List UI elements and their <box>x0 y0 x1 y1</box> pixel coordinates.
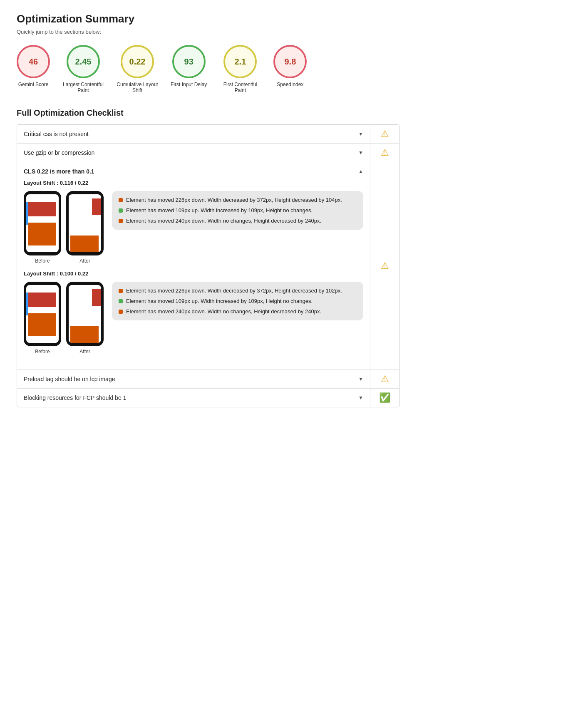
row-title-blocking: Blocking resources for FCP should be 1 <box>24 394 126 401</box>
metric-circle-speed-index: 9.8 <box>273 45 307 78</box>
metric-label-lcp: Largest Contentful Paint <box>62 82 104 93</box>
metric-label-gemini-score: Gemini Score <box>18 82 49 87</box>
page-subtitle: Quickly jump to the sections below: <box>17 29 399 35</box>
metric-label-cls: Cumulative Layout Shift <box>117 82 158 93</box>
toggle-icon-gzip[interactable]: ▼ <box>358 150 363 156</box>
toggle-icon-critical-css[interactable]: ▼ <box>358 131 363 137</box>
metric-item-lcp[interactable]: 2.45 Largest Contentful Paint <box>62 45 104 93</box>
before-label-1: Before <box>35 349 50 355</box>
checklist-row-critical-css: Critical css is not present▼⚠ <box>17 125 399 144</box>
before-label-0: Before <box>35 258 50 264</box>
warning-icon: ⚠ <box>381 147 389 158</box>
metric-label-fcp: First Contentful Paint <box>219 82 261 93</box>
metric-circle-lcp: 2.45 <box>67 45 100 78</box>
checklist-row-blocking: Blocking resources for FCP should be 1▼✅ <box>17 389 399 407</box>
metric-label-fid: First Input Delay <box>171 82 207 87</box>
row-title-critical-css: Critical css is not present <box>24 131 89 137</box>
status-icon-cls-row: ⚠ <box>370 162 399 369</box>
check-icon: ✅ <box>379 392 390 403</box>
metric-item-fid[interactable]: 93 First Input Delay <box>171 45 207 87</box>
shift-label-0: Layout Shift : 0.116 / 0.22 <box>24 180 363 186</box>
status-icon-gzip: ⚠ <box>370 144 399 162</box>
status-icon-preload: ⚠ <box>370 370 399 388</box>
row-title-cls-row: CLS 0.22 is more than 0.1 <box>24 168 94 175</box>
metric-circle-fcp: 2.1 <box>223 45 257 78</box>
checklist-row-gzip: Use gzip or br compression▼⚠ <box>17 144 399 162</box>
checklist-row-cls-row: CLS 0.22 is more than 0.1▲Layout Shift :… <box>17 162 399 370</box>
checklist-row-preload: Preload tag should be on lcp image▼⚠ <box>17 370 399 389</box>
page-title: Optimization Summary <box>17 12 399 25</box>
toggle-icon-cls-row[interactable]: ▲ <box>358 169 363 174</box>
metric-item-fcp[interactable]: 2.1 First Contentful Paint <box>219 45 261 93</box>
checklist: Critical css is not present▼⚠Use gzip or… <box>17 124 399 407</box>
metric-item-speed-index[interactable]: 9.8 SpeedIndex <box>273 45 307 87</box>
warning-icon: ⚠ <box>381 129 389 139</box>
after-label-0: After <box>79 258 90 264</box>
status-icon-blocking: ✅ <box>370 389 399 407</box>
checklist-title: Full Optimization Checklist <box>17 108 399 118</box>
shift-desc-item-1-1: Element has moved 109px up. Width increa… <box>119 298 357 304</box>
warning-icon: ⚠ <box>381 260 389 271</box>
shift-label-1: Layout Shift : 0.100 / 0.22 <box>24 270 363 277</box>
row-title-preload: Preload tag should be on lcp image <box>24 376 115 382</box>
metric-circle-gemini-score: 46 <box>17 45 50 78</box>
metric-circle-cls: 0.22 <box>121 45 154 78</box>
shift-desc-item-0-0: Element has moved 226px down. Width decr… <box>119 197 357 203</box>
status-icon-critical-css: ⚠ <box>370 125 399 143</box>
after-label-1: After <box>79 349 90 355</box>
row-title-gzip: Use gzip or br compression <box>24 149 94 156</box>
shift-desc-item-1-2: Element has moved 240px down. Width no c… <box>119 308 357 315</box>
warning-icon: ⚠ <box>381 374 389 384</box>
shift-desc-item-1-0: Element has moved 226px down. Width decr… <box>119 288 357 294</box>
shift-desc-item-0-1: Element has moved 109px up. Width increa… <box>119 207 357 213</box>
metric-circle-fid: 93 <box>172 45 206 78</box>
shift-desc-item-0-2: Element has moved 240px down. Width no c… <box>119 218 357 224</box>
metric-label-speed-index: SpeedIndex <box>277 82 303 87</box>
metric-item-cls[interactable]: 0.22 Cumulative Layout Shift <box>117 45 158 93</box>
metrics-row: 46 Gemini Score 2.45 Largest Contentful … <box>17 45 399 93</box>
toggle-icon-preload[interactable]: ▼ <box>358 376 363 382</box>
metric-item-gemini-score[interactable]: 46 Gemini Score <box>17 45 50 87</box>
toggle-icon-blocking[interactable]: ▼ <box>358 395 363 401</box>
